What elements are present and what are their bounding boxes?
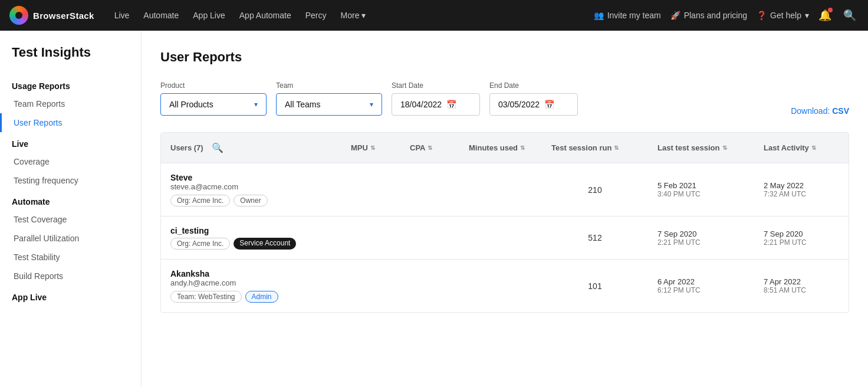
td-last-test-session: 7 Sep 2020 2:21 PM UTC [648,220,754,256]
sidebar-section-automate: Automate [0,190,141,210]
nav-link-percy[interactable]: Percy [300,7,333,24]
sort-icon: ⇅ [428,145,432,151]
table-header: Users (7) 🔍 MPU ⇅ CPA ⇅ Minutes used ⇅ [161,133,849,163]
calendar-icon: 📅 [544,100,554,109]
sidebar-item-build-reports[interactable]: Build Reports [0,267,141,286]
team-filter-group: Team All Teams ▾ [276,81,382,116]
nav-link-live[interactable]: Live [108,7,136,24]
end-date-label: End Date [489,81,578,90]
sidebar-item-team-reports[interactable]: Team Reports [0,94,141,113]
get-help-button[interactable]: ❓ Get help ▾ [757,11,809,20]
td-last-test-session: 5 Feb 2021 3:40 PM UTC [648,172,754,208]
last-test-session-date: 7 Sep 2020 [657,229,745,238]
start-date-group: Start Date 18/04/2022 📅 [392,81,480,116]
sidebar-item-coverage[interactable]: Coverage [0,152,141,171]
calendar-icon: 📅 [446,100,456,109]
sidebar-item-parallel-utilization[interactable]: Parallel Utilization [0,229,141,248]
table-row: Akanksha andy.h@acme.com Team: WebTestin… [161,260,849,312]
end-date-group: End Date 03/05/2022 📅 [489,81,578,116]
td-mpu [341,181,400,199]
invite-team-button[interactable]: 👥 Invite my team [594,11,661,20]
sidebar-section-live: Live [0,132,141,152]
last-test-session-date: 6 Apr 2022 [657,277,745,286]
last-activity-time: 7:32 AM UTC [764,190,839,198]
td-minutes [459,228,542,247]
td-last-activity: 7 Apr 2022 8:51 AM UTC [754,268,849,304]
last-activity-date: 2 May 2022 [764,181,839,190]
last-test-session-time: 2:21 PM UTC [657,238,745,247]
td-cpa [400,277,459,296]
nav-link-appautomate[interactable]: App Automate [234,7,297,24]
badge-org: Org: Acme Inc. [170,195,230,206]
sidebar-item-test-coverage[interactable]: Test Coverage [0,210,141,229]
product-filter-group: Product All Products ▾ [160,81,267,116]
th-test-session-run[interactable]: Test session run ⇅ [542,133,648,163]
start-date-input[interactable]: 18/04/2022 📅 [392,93,480,116]
last-activity-date: 7 Apr 2022 [764,277,839,286]
th-mpu[interactable]: MPU ⇅ [341,133,400,163]
team-filter-value: All Teams [285,100,320,109]
td-test-session-run: 101 [542,272,648,300]
start-date-label: Start Date [392,81,480,90]
brand-logo[interactable]: BrowserStack [9,6,94,25]
product-filter-select[interactable]: All Products ▾ [160,93,267,116]
sidebar-item-user-reports[interactable]: User Reports [0,113,141,132]
nav-link-more[interactable]: More ▾ [335,7,372,24]
user-email: steve.a@acme.com [170,182,332,191]
user-badges: Org: Acme Inc. Service Account [170,238,332,250]
badge-owner: Owner [234,195,267,206]
sort-icon: ⇅ [520,145,525,151]
chevron-down-icon: ▾ [361,11,366,20]
notification-dot [828,8,833,12]
sort-icon: ⇅ [722,145,727,151]
sidebar-section-applive: App Live [0,286,141,306]
th-cpa[interactable]: CPA ⇅ [400,133,459,163]
users-search-button[interactable]: 🔍 [208,141,227,155]
invite-icon: 👥 [594,11,604,20]
download-csv-link[interactable]: CSV [832,106,849,116]
download-label: Download: [791,106,830,116]
download-csv-area: Download: CSV [791,106,849,116]
th-last-test-session[interactable]: Last test session ⇅ [648,133,754,163]
sort-icon: ⇅ [370,145,375,151]
td-mpu [341,228,400,247]
brand-name: BrowserStack [33,11,94,21]
nav-actions: 👥 Invite my team 🚀 Plans and pricing ❓ G… [594,6,859,24]
plans-pricing-button[interactable]: 🚀 Plans and pricing [670,11,747,20]
nav-link-applive[interactable]: App Live [187,7,231,24]
sidebar-section-usage-reports: Usage Reports [0,74,141,94]
product-filter-label: Product [160,81,267,90]
td-user-info: Akanksha andy.h@acme.com Team: WebTestin… [161,260,341,312]
chevron-down-icon: ▾ [370,100,373,109]
th-last-activity[interactable]: Last Activity ⇅ [754,133,849,163]
sidebar-item-test-stability[interactable]: Test Stability [0,248,141,267]
last-activity-time: 2:21 PM UTC [764,238,839,247]
th-cpa-label: CPA [410,143,425,152]
td-test-session-run: 210 [542,176,648,204]
td-cpa [400,228,459,247]
nav-link-automate[interactable]: Automate [137,7,185,24]
sidebar: Test Insights Usage Reports Team Reports… [0,31,142,387]
team-filter-select[interactable]: All Teams ▾ [276,93,382,116]
th-minutes-label: Minutes used [469,143,518,152]
notification-button[interactable]: 🔔 [818,9,831,22]
main-content: User Reports Product All Products ▾ Team… [142,31,868,387]
chevron-down-icon: ▾ [254,100,258,109]
last-activity-time: 8:51 AM UTC [764,286,839,294]
user-email: andy.h@acme.com [170,278,332,287]
th-minutes-used[interactable]: Minutes used ⇅ [459,133,542,163]
filters-row: Product All Products ▾ Team All Teams ▾ … [160,81,849,116]
td-last-test-session: 6 Apr 2022 6:12 PM UTC [648,268,754,304]
table-row: ci_testing Org: Acme Inc. Service Accoun… [161,217,849,260]
th-users[interactable]: Users (7) 🔍 [161,133,341,163]
nav-links: Live Automate App Live App Automate Perc… [108,7,580,24]
sidebar-item-testing-frequency[interactable]: Testing frequency [0,171,141,190]
badge-team: Team: WebTesting [170,291,242,303]
end-date-input[interactable]: 03/05/2022 📅 [489,93,578,116]
user-name: Steve [170,173,332,182]
td-user-info: ci_testing Org: Acme Inc. Service Accoun… [161,217,341,259]
td-user-info: Steve steve.a@acme.com Org: Acme Inc. Ow… [161,163,341,216]
td-last-activity: 7 Sep 2020 2:21 PM UTC [754,220,849,256]
users-table: Users (7) 🔍 MPU ⇅ CPA ⇅ Minutes used ⇅ [160,132,849,313]
search-button[interactable]: 🔍 [841,6,859,24]
